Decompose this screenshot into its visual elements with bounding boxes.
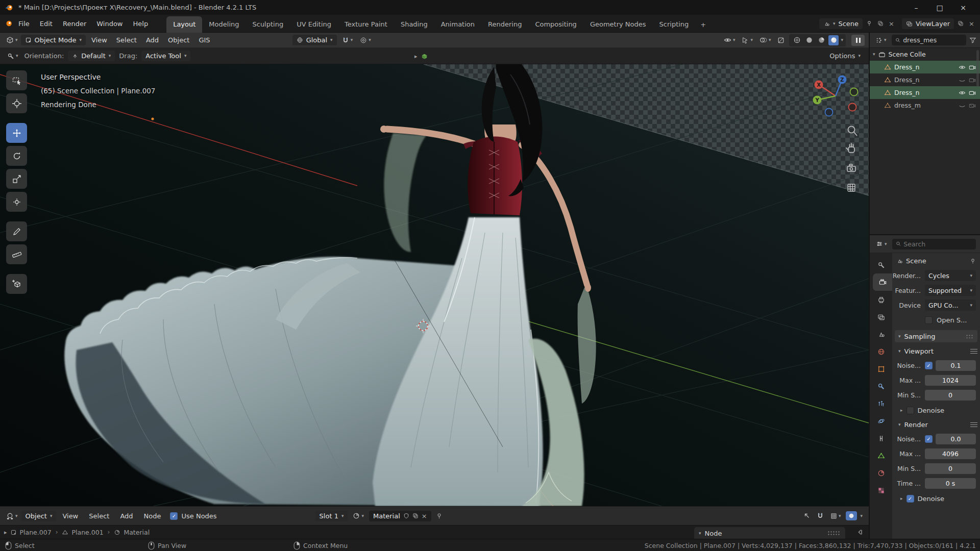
- collapsed-arrow-icon[interactable]: ▸: [4, 530, 7, 535]
- tab-data-properties[interactable]: [870, 447, 892, 464]
- scene-selector[interactable]: ▾ Scene: [819, 18, 863, 29]
- outliner-row-dress-3[interactable]: Dress_n: [870, 86, 980, 99]
- render-disabled-camera-icon[interactable]: [969, 102, 976, 109]
- node-panel-header[interactable]: ▾ Node: [694, 527, 845, 539]
- copy-viewlayer-icon[interactable]: [956, 19, 965, 28]
- tab-geometry-nodes[interactable]: Geometry Nodes: [583, 16, 653, 33]
- copy-material-icon[interactable]: [412, 513, 419, 519]
- breadcrumb-object[interactable]: Plane.007: [20, 529, 52, 536]
- outliner-row-dress-4[interactable]: dress_m: [870, 99, 980, 112]
- tab-modeling[interactable]: Modeling: [202, 16, 246, 33]
- copy-scene-icon[interactable]: [876, 19, 885, 28]
- operator-panel-collapsed[interactable]: ▸: [414, 48, 428, 64]
- mode-dropdown[interactable]: Object Mode ▾: [21, 35, 86, 45]
- render-visibility-camera-icon[interactable]: [969, 89, 976, 96]
- shader-menu-node[interactable]: Node: [139, 510, 166, 522]
- drag-dropdown[interactable]: Active Tool ▾: [141, 51, 190, 61]
- rd-noise-checkbox[interactable]: ✓: [925, 435, 933, 443]
- drag-grip-icon[interactable]: [827, 531, 841, 536]
- viewport-menu-gis[interactable]: GIS: [194, 34, 214, 46]
- properties-search-input[interactable]: [903, 240, 972, 248]
- blender-menu-icon[interactable]: [4, 19, 13, 28]
- filter-icon[interactable]: [969, 37, 976, 44]
- shader-editor-type-button[interactable]: ▾: [4, 511, 20, 521]
- outliner-search-input[interactable]: [903, 36, 963, 44]
- render-visibility-camera-icon[interactable]: [969, 77, 976, 84]
- shader-menu-view[interactable]: View: [58, 510, 83, 522]
- menu-window[interactable]: Window: [91, 17, 128, 30]
- browse-material-button[interactable]: ▾: [351, 511, 366, 520]
- tool-annotate[interactable]: [6, 221, 27, 241]
- vp-noise-checkbox[interactable]: ✓: [925, 362, 933, 369]
- tab-texture-paint[interactable]: Texture Paint: [338, 16, 394, 33]
- hidden-eye-closed-icon[interactable]: [959, 77, 966, 84]
- tab-viewlayer-properties[interactable]: [870, 308, 892, 325]
- 3d-scene[interactable]: X Y Z: [0, 64, 869, 506]
- subpanel-menu-icon[interactable]: [970, 422, 977, 427]
- pin-icon[interactable]: [970, 258, 976, 264]
- vp-max-value-field[interactable]: 1024: [925, 375, 976, 386]
- tool-add-cube[interactable]: [6, 274, 27, 294]
- pin-material-icon[interactable]: [434, 512, 444, 520]
- shader-type-dropdown[interactable]: Object ▾: [21, 511, 57, 521]
- outliner-scrollbar[interactable]: [976, 50, 979, 87]
- outliner-row-scene-collection[interactable]: ▾ Scene Colle: [870, 48, 980, 61]
- shading-material-button[interactable]: [816, 35, 826, 45]
- gizmo-neg-y[interactable]: [850, 88, 858, 96]
- fake-user-shield-icon[interactable]: [403, 513, 409, 519]
- tool-scale[interactable]: [6, 169, 27, 189]
- gizmo-neg-x[interactable]: [849, 104, 856, 111]
- vp-min-value-field[interactable]: 0: [925, 390, 976, 400]
- sidebar-toggle-icon[interactable]: [856, 529, 864, 536]
- viewport-subpanel-header[interactable]: ▾ Viewport: [898, 345, 977, 357]
- viewport-menu-object[interactable]: Object: [163, 34, 194, 46]
- rd-denoise-row[interactable]: ▸ ✓ Denoise: [900, 493, 977, 504]
- maximize-button[interactable]: □: [928, 0, 951, 15]
- outliner-row-dress-2[interactable]: Dress_n: [870, 73, 980, 86]
- tab-texture-properties[interactable]: [870, 482, 892, 499]
- properties-search[interactable]: [892, 239, 976, 249]
- sampling-panel-header[interactable]: ▾ Sampling: [895, 330, 977, 342]
- tab-physics-properties[interactable]: [870, 412, 892, 430]
- gizmo-neg-z[interactable]: [825, 109, 833, 116]
- tab-output-properties[interactable]: [870, 291, 892, 308]
- tab-tool-properties[interactable]: [870, 256, 892, 273]
- close-button[interactable]: ×: [951, 0, 975, 15]
- properties-editor-type-button[interactable]: ▾: [874, 239, 889, 248]
- tab-rendering[interactable]: Rendering: [481, 16, 528, 33]
- tab-world-properties[interactable]: [870, 343, 892, 360]
- tab-layout[interactable]: Layout: [166, 16, 202, 33]
- tab-scripting[interactable]: Scripting: [653, 16, 696, 33]
- viewlayer-selector[interactable]: ViewLayer: [902, 18, 954, 29]
- visibility-dropdown-button[interactable]: ▾: [722, 35, 738, 45]
- material-slot-dropdown[interactable]: Slot 1 ▾: [315, 511, 348, 521]
- breadcrumb-material[interactable]: Material: [124, 529, 150, 536]
- gizmos-dropdown-button[interactable]: ▾: [740, 36, 755, 45]
- add-workspace-button[interactable]: +: [695, 17, 711, 33]
- node-overlay-toggle[interactable]: [846, 511, 857, 520]
- tab-uv-editing[interactable]: UV Editing: [290, 16, 338, 33]
- viewport-menu-add[interactable]: Add: [141, 34, 163, 46]
- tool-settings-icon-button[interactable]: ▾: [5, 52, 20, 61]
- tab-scene-properties[interactable]: [870, 325, 892, 343]
- viewport-menu-select[interactable]: Select: [112, 34, 141, 46]
- render-engine-dropdown[interactable]: Cycles ▾: [925, 270, 976, 281]
- outliner-editor-type-button[interactable]: ▾: [873, 36, 889, 45]
- tab-compositing[interactable]: Compositing: [528, 16, 583, 33]
- tab-animation[interactable]: Animation: [434, 16, 481, 33]
- zoom-to-node-icon[interactable]: [802, 511, 812, 520]
- node-snap-magnet-icon[interactable]: [815, 511, 825, 520]
- rd-min-value-field[interactable]: 0: [925, 463, 976, 474]
- shader-menu-add[interactable]: Add: [115, 510, 137, 522]
- open-shading-checkbox[interactable]: [925, 316, 933, 324]
- viewport-menu-view[interactable]: View: [87, 34, 112, 46]
- subpanel-menu-icon[interactable]: [970, 349, 977, 354]
- rd-noise-value-field[interactable]: 0.0: [936, 434, 976, 444]
- tool-measure[interactable]: [6, 244, 27, 264]
- device-dropdown[interactable]: GPU Co... ▾: [925, 299, 976, 311]
- render-subpanel-header[interactable]: ▾ Render: [898, 419, 977, 430]
- hidden-eye-closed-icon[interactable]: [959, 102, 966, 109]
- rd-max-value-field[interactable]: 4096: [925, 448, 976, 459]
- render-visibility-camera-icon[interactable]: [969, 64, 976, 71]
- tab-shading[interactable]: Shading: [394, 16, 434, 33]
